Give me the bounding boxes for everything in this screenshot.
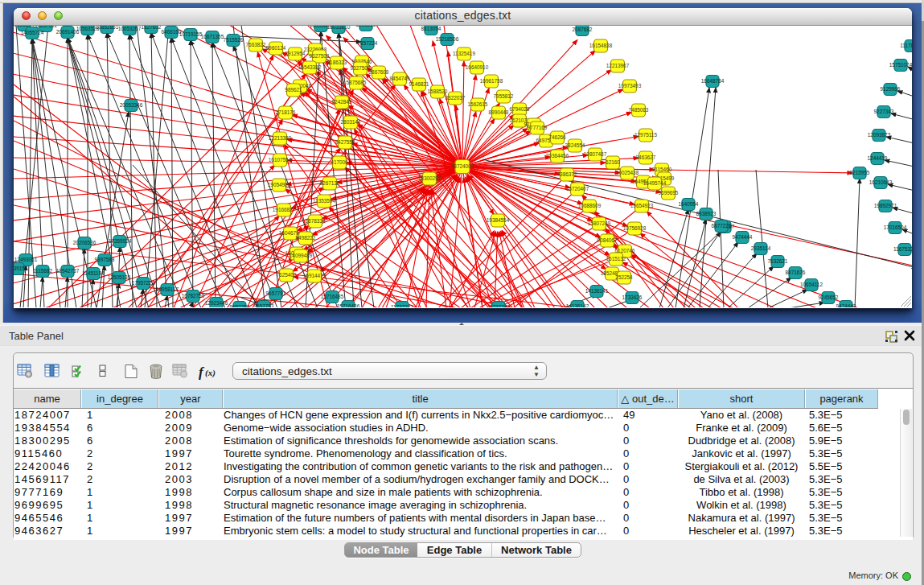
- svg-text:11737242: 11737242: [487, 304, 510, 307]
- svg-text:16640910: 16640910: [466, 64, 489, 70]
- svg-text:16107554: 16107554: [269, 157, 292, 163]
- svg-text:19654923: 19654923: [630, 203, 654, 208]
- svg-text:12093873: 12093873: [868, 132, 891, 138]
- svg-text:12505135: 12505135: [108, 274, 131, 280]
- svg-text:62160: 62160: [606, 159, 620, 165]
- svg-text:15720407: 15720407: [566, 186, 589, 192]
- svg-text:10654112: 10654112: [800, 282, 823, 287]
- svg-text:10852851: 10852851: [96, 26, 119, 30]
- svg-text:2935114: 2935114: [751, 245, 771, 251]
- svg-text:11451194: 11451194: [82, 270, 105, 276]
- svg-text:9657793: 9657793: [254, 303, 274, 307]
- svg-text:989621: 989621: [285, 87, 302, 93]
- svg-text:2803144: 2803144: [341, 119, 361, 125]
- svg-text:1115682: 1115682: [33, 268, 52, 274]
- svg-text:18300295: 18300295: [418, 175, 441, 181]
- svg-text:746266: 746266: [548, 134, 566, 140]
- svg-text:8427552: 8427552: [335, 139, 355, 145]
- svg-text:1733426: 1733426: [622, 295, 643, 300]
- svg-text:9245652: 9245652: [819, 295, 839, 300]
- svg-text:19054983: 19054983: [268, 182, 291, 187]
- svg-text:9463627: 9463627: [636, 154, 656, 160]
- svg-text:9227343: 9227343: [874, 109, 894, 114]
- svg-text:10025438: 10025438: [616, 170, 639, 175]
- svg-text:1527602: 1527602: [142, 26, 162, 30]
- svg-text:10807487: 10807487: [584, 151, 607, 157]
- svg-text:7955812: 7955812: [494, 93, 514, 99]
- svg-text:2718176: 2718176: [276, 109, 296, 115]
- svg-text:9474443: 9474443: [836, 303, 856, 307]
- svg-text:17016504: 17016504: [884, 225, 907, 230]
- svg-text:9657792: 9657792: [230, 304, 250, 307]
- svg-text:16033810: 16033810: [327, 26, 351, 30]
- svg-text:252254: 252254: [615, 274, 633, 280]
- svg-text:14055724: 14055724: [21, 30, 44, 35]
- svg-text:14136141: 14136141: [585, 288, 609, 294]
- svg-text:12213389: 12213389: [269, 135, 292, 141]
- svg-text:8322037: 8322037: [446, 95, 466, 101]
- svg-text:1939154: 1939154: [14, 266, 28, 271]
- svg-text:417006: 417006: [331, 159, 348, 165]
- svg-text:19892971: 19892971: [874, 203, 897, 208]
- svg-text:10756928: 10756928: [623, 225, 647, 231]
- svg-text:3824554: 3824554: [565, 142, 585, 148]
- svg-text:8528253: 8528253: [356, 26, 376, 27]
- svg-text:14136142: 14136142: [566, 303, 589, 307]
- svg-text:15716485: 15716485: [321, 294, 344, 299]
- svg-text:8498222: 8498222: [296, 235, 316, 241]
- svg-text:20053346: 20053346: [120, 102, 143, 108]
- svg-text:7857224: 7857224: [358, 40, 378, 46]
- svg-text:19166827: 19166827: [273, 207, 296, 212]
- svg-text:9327508: 9327508: [351, 65, 371, 71]
- svg-text:19218506: 19218506: [436, 36, 459, 42]
- svg-text:9242845: 9242845: [332, 99, 352, 105]
- svg-text:12975115: 12975115: [634, 132, 657, 138]
- svg-text:9397588: 9397588: [95, 257, 115, 262]
- svg-text:1244419: 1244419: [868, 155, 888, 161]
- svg-text:10719155: 10719155: [179, 31, 203, 37]
- svg-text:8471676: 8471676: [786, 270, 806, 275]
- svg-text:1640954: 1640954: [679, 201, 699, 207]
- svg-text:8215955: 8215955: [850, 170, 870, 175]
- svg-text:19384554: 19384554: [487, 217, 510, 223]
- svg-text:17359924: 17359924: [109, 238, 132, 244]
- svg-text:11737241: 11737241: [391, 304, 413, 307]
- svg-text:6877221: 6877221: [712, 223, 732, 229]
- svg-text:7663822: 7663822: [246, 42, 266, 47]
- svg-text:10688609: 10688609: [578, 203, 602, 208]
- svg-text:10958117: 10958117: [156, 286, 179, 292]
- svg-text:12213967: 12213967: [606, 63, 630, 68]
- svg-text:20206536: 20206536: [73, 240, 97, 245]
- svg-text:5875685: 5875685: [347, 80, 367, 85]
- svg-text:9657791: 9657791: [266, 290, 286, 296]
- svg-text:14099489: 14099489: [290, 253, 313, 258]
- svg-text:2867608: 2867608: [369, 69, 389, 75]
- svg-text:20364456: 20364456: [546, 153, 569, 159]
- svg-text:8186323: 8186323: [327, 60, 347, 65]
- svg-text:f: f: [199, 365, 205, 380]
- svg-text:16671355: 16671355: [201, 34, 224, 39]
- svg-text:1615132: 1615132: [606, 256, 626, 262]
- svg-text:16914479: 16914479: [303, 273, 326, 278]
- svg-text:8267130: 8267130: [320, 180, 340, 186]
- svg-text:11325419: 11325419: [453, 51, 475, 56]
- svg-text:15807249: 15807249: [588, 220, 611, 226]
- svg-text:12942737: 12942737: [56, 268, 80, 274]
- svg-text:8454749: 8454749: [390, 76, 410, 81]
- svg-text:1588520: 1588520: [428, 89, 448, 94]
- svg-text:9115460: 9115460: [652, 167, 672, 172]
- svg-text:11353594: 11353594: [313, 198, 335, 204]
- svg-text:8960124: 8960124: [266, 45, 286, 51]
- svg-text:16648784: 16648784: [701, 78, 725, 84]
- svg-text:10973493: 10973493: [618, 83, 642, 89]
- svg-text:16543382: 16543382: [298, 64, 322, 70]
- svg-text:(x): (x): [205, 368, 216, 378]
- svg-text:17957223: 17957223: [132, 280, 155, 286]
- svg-text:8938923: 8938923: [696, 211, 717, 216]
- svg-text:9699695: 9699695: [659, 190, 679, 196]
- svg-text:9327503: 9327503: [310, 53, 330, 59]
- svg-text:1562615: 1562615: [468, 101, 488, 107]
- svg-text:15716486: 15716486: [337, 303, 360, 307]
- svg-text:8990448: 8990448: [489, 109, 509, 115]
- svg-text:8813054: 8813054: [421, 26, 441, 31]
